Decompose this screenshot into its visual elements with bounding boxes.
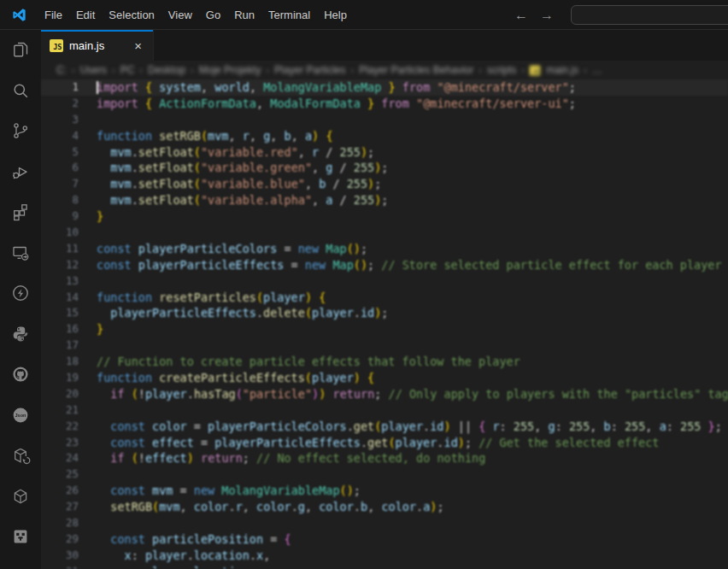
code-line[interactable]: 9} [41,208,728,225]
code-text: mvm.setFloat("variable.red", r / 255); [79,144,374,161]
forward-arrow-icon[interactable]: → [540,9,554,22]
code-line[interactable]: 31 y: player.location.y [41,564,728,569]
code-line[interactable]: 14function resetParticles(player) { [41,290,728,306]
tab-main-js[interactable]: JS main.js × [41,30,154,61]
code-line[interactable]: 20 if (!player.hasTag("particle")) retur… [41,386,728,402]
menu-item-help[interactable]: Help [317,4,354,25]
line-number: 31 [41,564,79,569]
close-icon[interactable]: × [132,38,144,53]
code-text: x: player.location.x, [79,548,270,564]
javascript-file-icon: JS [50,39,63,52]
code-line[interactable]: 15 playerParticleEffects.delete(player.i… [41,305,728,321]
menu-item-selection[interactable]: Selection [102,4,161,25]
line-number: 24 [41,450,79,466]
title-bar: FileEditSelectionViewGoRunTerminalHelp ←… [0,0,728,30]
code-line[interactable]: 11const playerParticleColors = new Map()… [41,241,728,257]
code-line[interactable]: 3 [41,112,728,128]
code-line[interactable]: 30 x: player.location.x, [41,548,728,564]
line-number: 15 [41,305,79,321]
code-line[interactable]: 7 mvm.setFloat("variable.blue", b / 255)… [41,176,728,192]
code-text: // Function to create particle effects t… [79,354,520,370]
code-line[interactable]: 21 [41,402,728,419]
breadcrumb-item[interactable]: Player Particles Behavior [357,64,475,76]
breadcrumb-separator-icon: › [583,65,588,75]
code-editor[interactable]: 1import { system, world, MolangVariableM… [41,79,728,569]
github-icon[interactable] [10,364,31,384]
code-line[interactable]: 23 const effect = playerParticleEffects.… [41,435,728,451]
menu-item-run[interactable]: Run [227,4,261,25]
code-line[interactable]: 12const playerParticleEffects = new Map(… [41,257,728,273]
line-number: 6 [41,160,79,176]
breadcrumb-item[interactable]: Users [79,64,109,76]
code-line[interactable]: 5 mvm.setFloat("variable.red", r / 255); [41,144,728,161]
breadcrumb-item[interactable]: C: [55,64,68,76]
menu-item-file[interactable]: File [38,4,69,25]
code-line[interactable]: 25 [41,466,728,483]
code-text: const particlePosition = { [79,531,291,548]
extensions-icon[interactable] [10,202,31,222]
code-line[interactable]: 28 [41,515,728,531]
code-line[interactable]: 6 mvm.setFloat("variable.green", g / 255… [41,160,728,176]
breadcrumb-item[interactable]: PC [119,64,137,76]
code-line[interactable]: 13 [41,273,728,290]
code-line[interactable]: 8 mvm.setFloat("variable.alpha", a / 255… [41,192,728,208]
code-line[interactable]: 19function createParticleEffects(player)… [41,370,728,386]
code-text: import { ActionFormData, ModalFormData }… [79,96,576,112]
code-line[interactable]: 16} [41,321,728,337]
run-debug-icon[interactable] [10,161,31,182]
code-text: setRGB(mvm, color.r, color.g, color.b, c… [79,499,444,515]
line-number: 18 [41,354,79,370]
circle-extension-icon[interactable] [10,283,31,303]
json-icon[interactable]: Json [10,405,31,425]
breadcrumb-item-symbol[interactable]: … [590,64,604,76]
code-line[interactable]: 2import { ActionFormData, ModalFormData … [41,96,728,112]
code-text [79,225,97,241]
back-arrow-icon[interactable]: ← [514,9,528,22]
javascript-file-icon: JS [530,65,541,75]
line-number: 30 [41,548,79,564]
package-sync-icon[interactable] [10,445,31,466]
code-line[interactable]: 17 [41,337,728,354]
python-icon[interactable] [10,324,31,344]
breadcrumb-separator-icon: › [349,65,355,75]
code-text: function createParticleEffects(player) { [79,370,374,386]
breadcrumb-separator-icon: › [111,65,116,75]
line-number: 3 [41,112,79,128]
command-center-search[interactable] [571,5,728,25]
menu-item-terminal[interactable]: Terminal [261,4,317,25]
breadcrumb-item[interactable]: Player Particles [273,64,347,76]
code-text [79,466,97,483]
code-line[interactable]: 18// Function to create particle effects… [41,354,728,370]
breadcrumb-item[interactable]: Moje Projekty [197,64,263,76]
code-line[interactable]: 27 setRGB(mvm, color.r, color.g, color.b… [41,499,728,515]
code-line[interactable]: 24 if (!effect) return; // No effect sel… [41,450,728,466]
code-line[interactable]: 4function setRGB(mvm, r, g, b, a) { [41,128,728,144]
line-number: 11 [41,241,79,257]
cube-icon[interactable] [10,486,31,507]
code-text: mvm.setFloat("variable.green", g / 255); [79,160,388,176]
code-line[interactable]: 26 const mvm = new MolangVariableMap(); [41,483,728,499]
files-icon[interactable] [10,39,31,60]
code-line[interactable]: 29 const particlePosition = { [41,531,728,548]
tab-bar: JS main.js × [41,30,728,61]
line-number: 16 [41,321,79,337]
code-line[interactable]: 22 const color = playerParticleColors.ge… [41,419,728,435]
line-number: 4 [41,128,79,144]
menu-item-view[interactable]: View [161,4,199,25]
editor-group: JS main.js × C:›Users›PC›Desktop›Moje Pr… [41,30,728,569]
line-number: 25 [41,466,79,483]
code-text: } [79,208,103,225]
menu-item-go[interactable]: Go [199,4,227,25]
source-control-icon[interactable] [10,120,31,141]
search-icon[interactable] [10,80,31,101]
menu-item-edit[interactable]: Edit [69,4,102,25]
breadcrumb-item[interactable]: Desktop [146,64,187,76]
line-number: 7 [41,176,79,192]
breadcrumb-item-file[interactable]: main.js [544,64,580,76]
breadcrumb-item[interactable]: scripts [485,64,519,76]
minecraft-icon[interactable] [10,526,31,547]
remote-explorer-icon[interactable] [10,243,31,263]
code-line[interactable]: 10 [41,225,728,241]
line-number: 9 [41,208,79,225]
code-line[interactable]: 1import { system, world, MolangVariableM… [41,79,728,96]
